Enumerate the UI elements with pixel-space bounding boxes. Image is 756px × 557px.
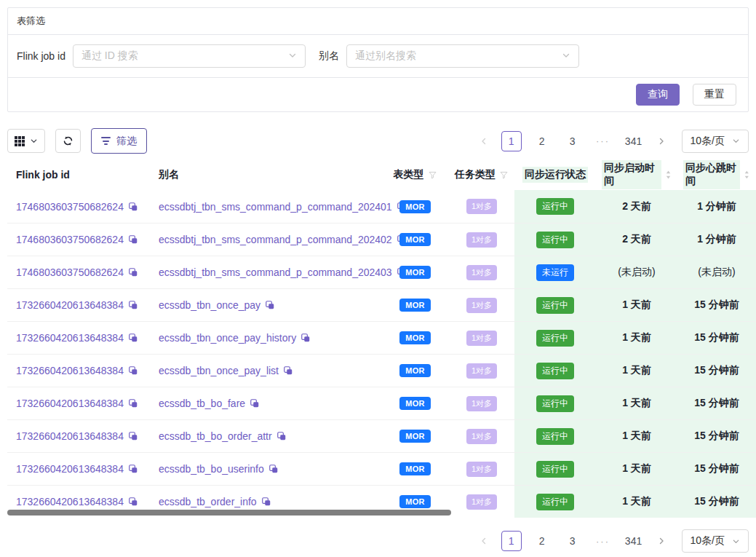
- flink-job-id-select[interactable]: 通过 ID 搜索: [73, 44, 306, 68]
- page-ellipsis[interactable]: ···: [593, 531, 613, 551]
- alias-link[interactable]: ecssdbtj_tbn_sms_command_p_command_20240…: [159, 201, 392, 213]
- next-page-icon[interactable]: [654, 131, 669, 151]
- refresh-button[interactable]: [55, 129, 81, 153]
- sort-icon[interactable]: [665, 170, 672, 180]
- col-alias: 别名: [150, 168, 381, 181]
- flink-job-id-link[interactable]: 1732660420613648384: [16, 398, 124, 409]
- start-time: 1 天前: [596, 322, 677, 354]
- filter-form: Flink job id 通过 ID 搜索 别名 通过别名搜索: [8, 35, 748, 78]
- table-row: 1732660420613648384 ecssdb_tbn_once_pay …: [7, 288, 756, 321]
- heartbeat-time: 15 分钟前: [677, 453, 756, 485]
- table-type-badge: MOR: [399, 266, 431, 279]
- heartbeat-time: 15 分钟前: [677, 322, 756, 354]
- horizontal-scrollbar[interactable]: [7, 510, 451, 515]
- flink-job-id-link[interactable]: 1732660420613648384: [16, 430, 124, 442]
- copy-icon[interactable]: [250, 398, 260, 408]
- copy-icon[interactable]: [128, 431, 138, 441]
- flink-job-id-link[interactable]: 1732660420613648384: [16, 463, 124, 475]
- copy-icon[interactable]: [128, 300, 138, 310]
- copy-icon[interactable]: [128, 333, 138, 343]
- copy-icon[interactable]: [128, 267, 138, 277]
- table-row: 1732660420613648384 ecssdb_tbn_once_pay_…: [7, 321, 756, 354]
- table-row: 1732660420613648384 ecssdb_tb_bo_userinf…: [7, 452, 756, 485]
- query-button[interactable]: 查询: [636, 84, 680, 106]
- start-time: 1 天前: [596, 387, 677, 419]
- copy-icon[interactable]: [268, 464, 279, 474]
- flink-job-id-label: Flink job id: [17, 50, 65, 62]
- funnel-filter-icon[interactable]: [499, 170, 509, 180]
- filter-button[interactable]: 筛选: [91, 128, 147, 154]
- page-ellipsis[interactable]: ···: [593, 131, 613, 151]
- funnel-filter-icon[interactable]: [428, 170, 437, 180]
- chevron-down-icon: [732, 137, 740, 145]
- flink-job-id-link[interactable]: 1746803603750682624: [16, 266, 124, 278]
- next-page-icon[interactable]: [654, 531, 669, 551]
- page-2[interactable]: 2: [532, 531, 552, 551]
- col-task-type: 任务类型: [449, 168, 514, 181]
- table-row: 1746803603750682624 ecssdbtj_tbn_sms_com…: [7, 190, 756, 223]
- start-time: 2 天前: [596, 224, 677, 256]
- task-type-badge: 1对多: [466, 298, 497, 313]
- alias-link[interactable]: ecssdb_tb_bo_fare: [159, 398, 245, 409]
- page-341[interactable]: 341: [624, 131, 644, 151]
- prev-page-icon[interactable]: [477, 531, 491, 551]
- flink-job-id-link[interactable]: 1732660420613648384: [16, 332, 124, 344]
- start-time: 1 天前: [596, 453, 677, 485]
- table-type-badge: MOR: [399, 397, 431, 410]
- flink-job-id-link[interactable]: 1732660420613648384: [16, 299, 124, 311]
- alias-link[interactable]: ecssdb_tb_bo_userinfo: [159, 463, 264, 475]
- status-badge: 运行中: [536, 297, 574, 314]
- status-badge: 运行中: [536, 330, 574, 347]
- copy-icon[interactable]: [276, 431, 287, 441]
- page-341[interactable]: 341: [624, 531, 644, 551]
- status-badge: 运行中: [536, 461, 574, 478]
- flink-job-id-link[interactable]: 1732660420613648384: [16, 496, 124, 507]
- page-2[interactable]: 2: [532, 131, 552, 151]
- pagination-top: 1 2 3 ··· 341 10条/页: [477, 130, 749, 153]
- page-size-select[interactable]: 10条/页: [682, 130, 749, 153]
- alias-link[interactable]: ecssdb_tbn_once_pay: [159, 299, 260, 311]
- column-settings-button[interactable]: [7, 129, 45, 153]
- flink-job-id-link[interactable]: 1746803603750682624: [16, 234, 124, 245]
- page-1[interactable]: 1: [501, 131, 522, 151]
- page-size-select[interactable]: 10条/页: [682, 529, 749, 553]
- copy-icon[interactable]: [128, 202, 138, 212]
- copy-icon[interactable]: [283, 366, 293, 376]
- page-3[interactable]: 3: [562, 131, 583, 151]
- flink-job-id-link[interactable]: 1746803603750682624: [16, 201, 124, 213]
- alias-link[interactable]: ecssdb_tbn_once_pay_history: [159, 332, 296, 344]
- reset-button[interactable]: 重置: [693, 84, 736, 106]
- copy-icon[interactable]: [261, 497, 271, 507]
- start-time: (未启动): [596, 256, 677, 288]
- prev-page-icon[interactable]: [477, 131, 491, 151]
- toolbar-left: 筛选: [7, 128, 147, 154]
- task-type-badge: 1对多: [466, 429, 497, 444]
- heartbeat-time: (未启动): [677, 256, 756, 288]
- chevron-down-icon: [732, 537, 740, 545]
- alias-link[interactable]: ecssdbtj_tbn_sms_command_p_command_20240…: [159, 234, 392, 245]
- copy-icon[interactable]: [128, 497, 138, 507]
- copy-icon[interactable]: [128, 366, 138, 376]
- alias-link[interactable]: ecssdb_tb_bo_order_attr: [159, 430, 272, 442]
- alias-link[interactable]: ecssdb_tb_order_info: [159, 496, 257, 507]
- table-type-badge: MOR: [399, 430, 431, 443]
- flink-job-id-link[interactable]: 1732660420613648384: [16, 365, 124, 376]
- sort-icon[interactable]: [744, 170, 750, 180]
- alias-label: 别名: [319, 50, 339, 63]
- copy-icon[interactable]: [128, 464, 138, 474]
- pagination-bottom: 1 2 3 ··· 341 10条/页: [477, 529, 749, 553]
- page-3[interactable]: 3: [562, 531, 583, 551]
- alias-select[interactable]: 通过别名搜索: [346, 44, 579, 68]
- page-1[interactable]: 1: [501, 531, 522, 551]
- alias-link[interactable]: ecssdbtj_tbn_sms_command_p_command_20240…: [159, 266, 392, 278]
- copy-icon[interactable]: [128, 398, 138, 408]
- copy-icon[interactable]: [265, 300, 275, 310]
- start-time: 1 天前: [596, 486, 677, 518]
- filter-button-label: 筛选: [116, 135, 137, 148]
- table-toolbar: 筛选 1 2 3 ··· 341 10条/页: [7, 128, 749, 154]
- copy-icon[interactable]: [128, 234, 138, 245]
- heartbeat-time: 1 分钟前: [677, 224, 756, 256]
- table-header: Flink job id 别名 表类型 任务类型 同步运行状态 同步启动时间 同…: [7, 159, 756, 190]
- alias-link[interactable]: ecssdb_tbn_once_pay_list: [159, 365, 279, 376]
- copy-icon[interactable]: [301, 333, 311, 343]
